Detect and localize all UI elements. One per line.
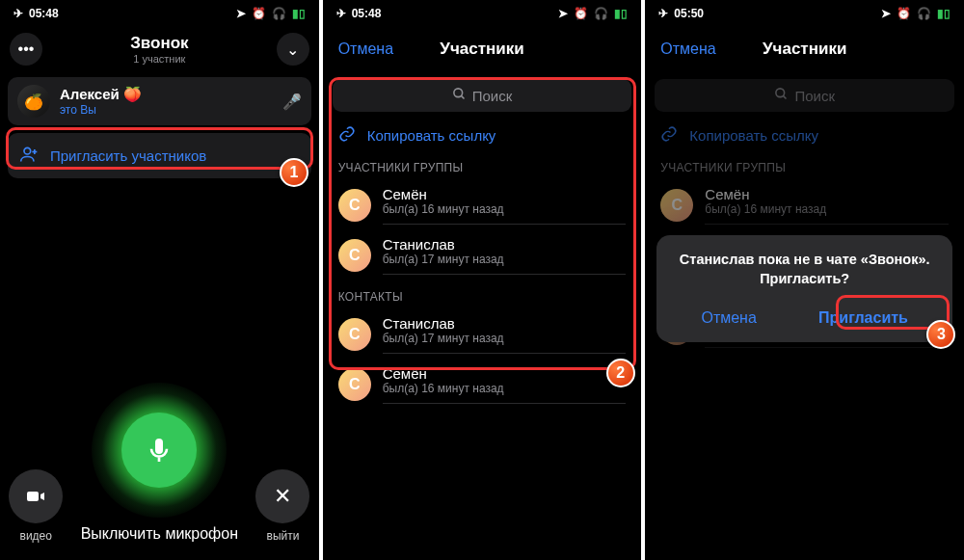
mute-button[interactable] [121, 413, 197, 488]
svg-point-5 [454, 89, 463, 97]
avatar: С [338, 239, 371, 272]
battery-icon: ▮▯ [614, 7, 628, 20]
screen-call: ✈︎05:48 ➤ ⏰ 🎧 ▮▯ ••• Звонок 1 участник ⌄… [0, 0, 319, 560]
collapse-button[interactable]: ⌄ [277, 33, 309, 66]
contact-status: был(а) 17 минут назад [383, 332, 627, 345]
contact-status: был(а) 16 минут назад [383, 202, 627, 216]
leave-label: выйти [267, 529, 300, 543]
svg-rect-4 [155, 439, 163, 454]
status-bar: ✈︎05:50 ➤⏰🎧▮▯ [645, 0, 964, 27]
alert-invite-button[interactable]: Пригласить [805, 304, 922, 333]
contact-row[interactable]: ССемёнбыл(а) 16 минут назад [323, 180, 642, 230]
invite-participants-button[interactable]: Пригласить участников [8, 133, 311, 178]
mute-label: Выключить микрофон [81, 525, 238, 543]
airplane-icon: ✈︎ [13, 7, 23, 20]
contact-name: Станислав [383, 236, 627, 253]
add-user-icon [19, 145, 39, 167]
contact-status: был(а) 16 минут назад [383, 382, 627, 395]
contact-name: Семён [383, 365, 627, 382]
participant-count: 1 участник [130, 53, 188, 65]
airplane-icon: ✈︎ [658, 7, 668, 20]
video-label: видео [20, 529, 52, 543]
contact-row[interactable]: ССтаниславбыл(а) 17 минут назад [323, 230, 642, 280]
headphones-icon: 🎧 [272, 7, 286, 20]
contact-row[interactable]: ССтаниславбыл(а) 17 минут назад [323, 309, 642, 360]
copy-link-button[interactable]: Копировать ссылку [338, 125, 627, 146]
avatar: С [338, 368, 371, 401]
battery-icon: ▮▯ [937, 7, 951, 20]
status-time: 05:48 [29, 7, 59, 20]
search-placeholder: Поиск [472, 88, 513, 104]
self-participant-row[interactable]: 🍊 Алексей 🍑 это Вы 🎤 [8, 77, 311, 125]
invite-alert: Станислав пока не в чате «Звонок». Пригл… [656, 235, 952, 342]
cancel-button[interactable]: Отмена [645, 40, 715, 58]
svg-rect-3 [27, 492, 39, 501]
location-icon: ➤ [558, 7, 568, 20]
section-group-label: УЧАСТНИКИ ГРУППЫ [323, 151, 642, 180]
location-icon: ➤ [881, 7, 891, 20]
contact-name: Семён [383, 186, 627, 202]
link-icon [338, 125, 356, 146]
alarm-icon: ⏰ [252, 7, 266, 20]
status-time: 05:50 [674, 7, 704, 20]
alarm-icon: ⏰ [574, 7, 588, 20]
avatar: 🍊 [17, 85, 50, 118]
cancel-button[interactable]: Отмена [323, 40, 393, 58]
copy-link-label: Копировать ссылку [367, 127, 496, 144]
search-icon [452, 87, 467, 104]
alert-message: Станислав пока не в чате «Звонок». Пригл… [670, 251, 939, 288]
section-contacts-label: КОНТАКТЫ [323, 280, 642, 309]
avatar: С [338, 318, 371, 351]
call-header: ••• Звонок 1 участник ⌄ [0, 27, 319, 71]
leave-button[interactable]: ✕ [255, 469, 309, 523]
contact-status: был(а) 17 минут назад [383, 253, 627, 266]
invite-label: Пригласить участников [50, 147, 206, 164]
screen-participants: ✈︎05:48 ➤⏰🎧▮▯ Отмена Участники Поиск Коп… [323, 0, 642, 560]
contact-name: Станислав [383, 315, 627, 332]
svg-line-6 [461, 95, 464, 98]
mic-muted-icon: 🎤 [282, 93, 302, 111]
more-button[interactable]: ••• [10, 33, 42, 66]
chevron-down-icon: ⌄ [286, 40, 299, 59]
alarm-icon: ⏰ [897, 7, 911, 20]
step-badge-2: 2 [606, 359, 635, 387]
headphones-icon: 🎧 [917, 7, 931, 20]
headphones-icon: 🎧 [594, 7, 608, 20]
search-input[interactable]: Поиск [333, 79, 632, 112]
screen-invite-alert: ✈︎05:50 ➤⏰🎧▮▯ Отмена Участники Поиск Коп… [645, 0, 964, 560]
location-icon: ➤ [236, 7, 246, 20]
alert-cancel-button[interactable]: Отмена [687, 304, 769, 333]
step-badge-1: 1 [280, 158, 308, 187]
participants-header: Отмена Участники [645, 27, 964, 71]
ellipsis-icon: ••• [18, 40, 35, 58]
self-you-label: это Вы [60, 103, 273, 117]
call-title: Звонок [130, 34, 188, 53]
participants-title: Участники [440, 40, 523, 59]
status-bar: ✈︎05:48 ➤⏰🎧▮▯ [323, 0, 642, 27]
close-icon: ✕ [274, 484, 291, 509]
battery-icon: ▮▯ [292, 7, 306, 20]
call-controls: видео Выключить микрофон ✕ выйти [0, 421, 319, 543]
video-button[interactable] [9, 469, 63, 523]
participants-title: Участники [763, 40, 846, 59]
self-name: Алексей 🍑 [60, 86, 273, 103]
avatar: С [338, 189, 371, 222]
svg-point-0 [24, 147, 31, 154]
participants-header: Отмена Участники [323, 27, 642, 71]
airplane-icon: ✈︎ [336, 7, 346, 20]
status-time: 05:48 [352, 7, 382, 20]
contact-row[interactable]: ССемёнбыл(а) 16 минут назад [323, 360, 642, 410]
status-bar: ✈︎05:48 ➤ ⏰ 🎧 ▮▯ [0, 0, 319, 27]
